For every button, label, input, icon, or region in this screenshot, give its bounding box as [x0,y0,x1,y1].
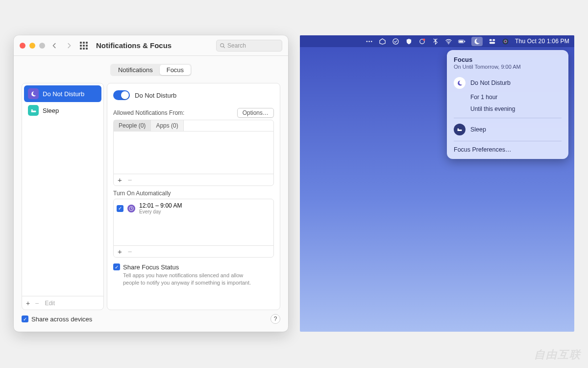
detail-group-main: Do Not Disturb Allowed Notifications Fro… [107,83,280,310]
forward-button[interactable] [64,40,74,51]
search-placeholder: Search [227,42,246,49]
sidebar-item-do-not-disturb[interactable]: Do Not Disturb [24,85,101,102]
tab-row: Notifications Focus [22,64,280,76]
share-status-checkbox[interactable]: ✓ [113,263,120,270]
shield-icon[interactable] [405,38,413,45]
help-button[interactable]: ? [270,314,280,324]
more-icon[interactable] [366,38,373,45]
svg-rect-16 [492,39,495,41]
search-icon [220,43,225,49]
svg-rect-21 [458,130,462,131]
sidebar-item-sleep[interactable]: Sleep [24,102,101,119]
focus-popover: Focus On Until Tomorrow, 9:00 AM Do Not … [447,50,568,159]
add-focus-button[interactable]: + [26,299,30,307]
wifi-icon[interactable] [445,38,452,45]
svg-rect-17 [490,42,495,44]
show-all-button[interactable] [78,40,89,51]
search-input[interactable]: Search [216,40,282,52]
minimize-window-button[interactable] [29,43,35,49]
schedule-body: ✓ 12:01 – 9:00 AM Every day [114,199,273,245]
svg-rect-15 [490,39,492,41]
separator [454,118,562,118]
mail-icon[interactable] [379,38,386,45]
share-status-description: Tell apps you have notifications silence… [123,272,255,287]
schedule-checkbox[interactable]: ✓ [117,205,123,212]
detail-pane: Do Not Disturb Allowed Notifications Fro… [107,83,280,310]
allowed-list-footer: + − [114,174,273,185]
focus-menubar-icon[interactable] [471,37,483,46]
svg-point-5 [367,41,368,42]
schedule-add-button[interactable]: + [118,247,122,256]
bed-icon [454,124,466,135]
vpn-icon[interactable] [418,38,426,45]
sidebar-item-label: Sleep [43,107,59,114]
preferences-window: Notifications & Focus Search Notificatio… [14,35,288,332]
schedule-remove-button[interactable]: − [128,247,132,256]
share-status-label: Share Focus Status [123,263,255,271]
dnd-toggle-label: Do Not Disturb [135,92,176,99]
share-devices-checkbox[interactable]: ✓ [22,315,28,322]
check-icon[interactable] [392,38,399,45]
svg-rect-2 [31,110,36,112]
titlebar: Notifications & Focus Search [14,35,288,56]
popover-sleep-row[interactable]: Sleep [454,121,562,138]
schedule-repeat: Every day [139,209,182,214]
options-button[interactable]: Options… [237,108,274,118]
auto-label: Turn On Automatically [113,186,274,199]
svg-rect-14 [465,41,466,42]
desktop: Thu Oct 20 1:06 PM Focus On Until Tomorr… [300,35,574,332]
allowed-add-button[interactable]: + [118,176,122,184]
menubar-clock[interactable]: Thu Oct 20 1:06 PM [515,38,569,45]
svg-rect-13 [459,40,463,42]
remove-focus-button[interactable]: − [35,299,39,307]
svg-point-6 [368,41,370,42]
clock-icon [127,205,135,212]
popover-option-1[interactable]: For 1 hour [454,91,562,103]
edit-focus-button[interactable]: Edit [45,300,55,307]
dnd-toggle[interactable] [113,90,130,100]
allowed-tab-people[interactable]: People (0) [114,120,151,131]
watermark: 自由互联 [534,347,581,362]
control-center-icon[interactable] [489,38,496,45]
schedule-row[interactable]: ✓ 12:01 – 9:00 AM Every day [117,202,270,214]
allowed-label-row: Allowed Notifications From: Options… [113,104,274,120]
svg-rect-3 [31,109,32,110]
moon-icon [454,77,466,89]
zoom-window-button[interactable] [39,43,45,49]
bottom-row: ✓ Share across devices ? [22,310,280,324]
window-title: Notifications & Focus [96,41,172,50]
svg-point-11 [448,43,449,44]
svg-point-10 [423,38,425,41]
svg-point-18 [503,38,508,44]
schedule-footer: + − [114,245,273,257]
allowed-tabs: People (0) Apps (0) [114,120,273,131]
battery-icon[interactable] [458,38,466,45]
popover-subtitle: On Until Tomorrow, 9:00 AM [454,64,562,70]
schedule-list: ✓ 12:01 – 9:00 AM Every day [113,199,274,258]
share-devices-label: Share across devices [31,315,92,323]
svg-rect-22 [458,129,459,130]
moon-icon [28,88,39,99]
allowed-tab-apps[interactable]: Apps (0) [151,120,183,131]
content-row: Do Not Disturb Sleep + − Edit [22,83,280,310]
allowed-list-body [114,131,273,174]
window-controls [20,43,45,49]
preferences-body: Notifications Focus Do Not Disturb [14,56,288,332]
sidebar-item-label: Do Not Disturb [43,90,84,98]
popover-preferences-link[interactable]: Focus Preferences… [454,144,562,153]
siri-icon[interactable] [502,38,509,45]
back-button[interactable] [49,40,60,51]
popover-option-2[interactable]: Until this evening [454,103,562,115]
popover-title: Focus [454,56,562,63]
bluetooth-icon[interactable] [432,38,439,45]
dnd-switch-row: Do Not Disturb [113,88,274,104]
popover-dnd-label: Do Not Disturb [470,79,511,86]
tab-focus[interactable]: Focus [160,65,191,75]
schedule-time: 12:01 – 9:00 AM [139,202,182,209]
segmented-control: Notifications Focus [110,64,192,76]
tab-notifications[interactable]: Notifications [111,65,160,75]
popover-dnd-row[interactable]: Do Not Disturb [454,75,562,91]
focus-sidebar: Do Not Disturb Sleep + − Edit [22,83,104,310]
close-window-button[interactable] [20,43,25,49]
allowed-remove-button[interactable]: − [128,176,132,184]
